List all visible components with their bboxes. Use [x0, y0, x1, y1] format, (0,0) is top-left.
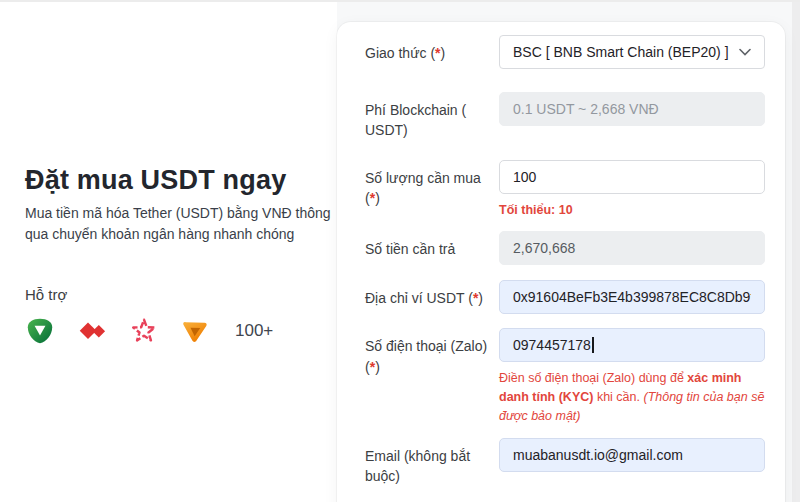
email-label: Email (không bắt buộc): [365, 438, 499, 487]
chevron-down-icon: [739, 48, 751, 56]
protocol-select[interactable]: BSC [ BNB Smart Chain (BEP20) ]: [499, 35, 765, 69]
amount-input[interactable]: [499, 160, 765, 194]
support-count: 100+: [235, 321, 273, 341]
amount-label: Số lượng cần mua (*): [365, 160, 499, 209]
vietcombank-shield-icon: [25, 316, 55, 346]
intro-section: Đặt mua USDT ngay Mua tiền mã hóa Tether…: [25, 164, 333, 346]
protocol-selected-value: BSC [ BNB Smart Chain (BEP20) ]: [513, 44, 733, 60]
supported-banks-row: 100+: [25, 316, 333, 346]
phone-value: 0974457178: [513, 337, 591, 353]
phone-row: Số điện thoại (Zalo) (*) 0974457178 Điền…: [365, 328, 765, 425]
support-label: Hỗ trợ: [25, 286, 333, 303]
phone-kyc-hint: Điền số điện thoại (Zalo) dùng để xác mi…: [499, 369, 765, 425]
text-cursor: [592, 337, 594, 353]
email-row: Email (không bắt buộc): [365, 438, 765, 487]
red-diamonds-bank-icon: [76, 316, 108, 346]
scrollbar[interactable]: [792, 2, 800, 502]
page-title: Đặt mua USDT ngay: [25, 164, 333, 196]
total-row: Số tiền cần trả 2,670,668: [365, 231, 765, 265]
fee-row: Phí Blockchain ( USDT) 0.1 USDT ~ 2,668 …: [365, 92, 765, 141]
phone-label: Số điện thoại (Zalo) (*): [365, 328, 499, 377]
phone-input[interactable]: 0974457178: [499, 328, 765, 362]
red-star-bank-icon: [129, 316, 159, 346]
purchase-form-card: Giao thức (*) BSC [ BNB Smart Chain (BEP…: [337, 22, 785, 502]
page-subtitle: Mua tiền mã hóa Tether (USDT) bằng VNĐ t…: [25, 203, 333, 244]
min-amount-hint: Tối thiểu: 10: [499, 201, 765, 220]
amount-row: Số lượng cần mua (*) Tối thiểu: 10: [365, 160, 765, 220]
wallet-address-label: Địa chỉ ví USDT (*): [365, 280, 499, 308]
total-field: 2,670,668: [499, 231, 765, 265]
fee-field: 0.1 USDT ~ 2,668 VNĐ: [499, 92, 765, 126]
fee-label: Phí Blockchain ( USDT): [365, 92, 499, 141]
protocol-row: Giao thức (*) BSC [ BNB Smart Chain (BEP…: [365, 35, 765, 69]
wallet-address-row: Địa chỉ ví USDT (*): [365, 280, 765, 314]
wallet-address-input[interactable]: [499, 280, 765, 314]
orange-triangle-bank-icon: [180, 316, 210, 346]
total-label: Số tiền cần trả: [365, 231, 499, 259]
email-input[interactable]: [499, 438, 765, 472]
protocol-label: Giao thức (*): [365, 35, 499, 63]
